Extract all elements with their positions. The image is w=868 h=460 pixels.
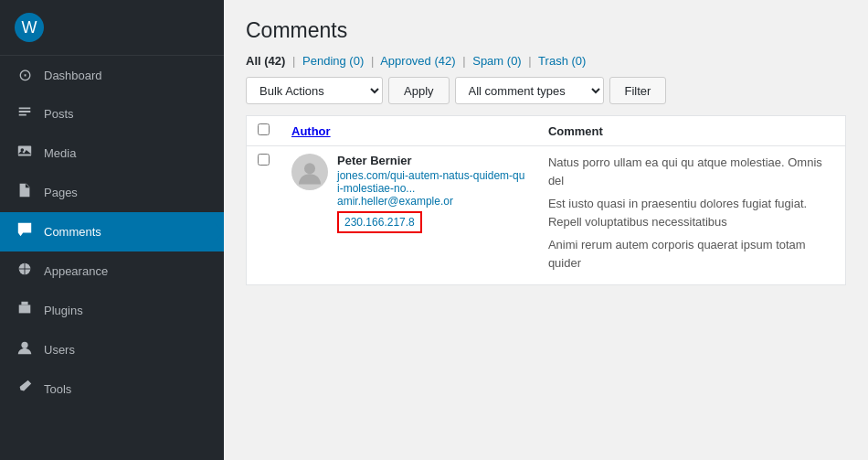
sep3: |	[462, 54, 465, 68]
bulk-actions-select[interactable]: Bulk Actions	[246, 77, 383, 104]
sidebar-item-label: Comments	[44, 225, 101, 239]
sep1: |	[292, 54, 295, 68]
sidebar-item-media[interactable]: Media	[0, 134, 224, 173]
select-all-checkbox[interactable]	[258, 123, 270, 135]
avatar	[291, 154, 328, 190]
row-checkbox-cell	[247, 146, 281, 285]
avatar-icon	[296, 158, 323, 186]
media-icon	[15, 143, 35, 164]
table-row: Peter Bernier jones.com/qui-autem-natus-…	[247, 146, 846, 285]
posts-icon	[15, 103, 35, 124]
main-content: Comments All (42) | Pending (0) | Approv…	[224, 0, 868, 460]
svg-point-7	[304, 163, 315, 174]
author-cell-inner: Peter Bernier jones.com/qui-autem-natus-…	[291, 154, 526, 233]
comment-text: Natus porro ullam ea qui qu atque molest…	[548, 154, 834, 272]
sidebar-item-posts[interactable]: Posts	[0, 94, 224, 134]
comment-cell: Natus porro ullam ea qui qu atque molest…	[537, 146, 846, 285]
comments-icon	[15, 221, 35, 242]
table-body: Peter Bernier jones.com/qui-autem-natus-…	[247, 146, 846, 285]
approved-label: Approved	[380, 54, 431, 68]
filter-approved[interactable]: Approved (42)	[380, 54, 459, 68]
spam-count: (0)	[507, 54, 522, 68]
sidebar-item-appearance[interactable]: Appearance	[0, 251, 224, 291]
filter-pending[interactable]: Pending (0)	[302, 54, 367, 68]
tools-icon	[15, 379, 35, 400]
sidebar-item-plugins[interactable]: Plugins	[0, 291, 224, 330]
header-comment: Comment	[537, 116, 846, 146]
comment-types-select[interactable]: All comment types	[455, 77, 604, 104]
table-header: Author Comment	[247, 116, 846, 146]
author-info: Peter Bernier jones.com/qui-autem-natus-…	[337, 154, 526, 233]
sidebar-item-users[interactable]: Users	[0, 330, 224, 369]
sidebar-item-label: Pages	[44, 186, 78, 199]
author-ip[interactable]: 230.166.217.8	[337, 211, 422, 233]
appearance-icon	[15, 261, 35, 282]
author-column-label[interactable]: Author	[291, 124, 331, 138]
comment-para-2: Est iusto quasi in praesentiu dolores fu…	[548, 195, 834, 230]
sidebar-item-label: Media	[44, 146, 76, 160]
plugins-icon	[15, 300, 35, 321]
sep4: |	[528, 54, 531, 68]
apply-button[interactable]: Apply	[388, 77, 450, 104]
svg-rect-4	[23, 308, 26, 312]
author-url[interactable]: jones.com/qui-autem-natus-quidem-qui-mol…	[337, 169, 526, 195]
pending-label: Pending	[302, 54, 346, 68]
sidebar-item-label: Users	[44, 343, 75, 357]
all-label: All	[246, 54, 261, 68]
author-cell: Peter Bernier jones.com/qui-autem-natus-…	[281, 146, 537, 285]
users-icon	[15, 339, 35, 360]
page-title: Comments	[246, 18, 846, 43]
filter-links: All (42) | Pending (0) | Approved (42) |…	[246, 54, 846, 68]
sep2: |	[371, 54, 374, 68]
pages-icon	[15, 182, 35, 203]
comments-table: Author Comment	[246, 115, 846, 285]
sidebar-item-tools[interactable]: Tools	[0, 369, 224, 409]
sidebar-item-label: Posts	[44, 107, 74, 121]
sidebar-logo: W	[0, 0, 224, 56]
spam-label: Spam	[472, 54, 503, 68]
sidebar-item-label: Dashboard	[44, 69, 102, 82]
filter-spam[interactable]: Spam (0)	[472, 54, 524, 68]
sidebar-item-label: Appearance	[44, 264, 108, 278]
author-name: Peter Bernier	[337, 154, 526, 167]
wp-logo-icon: W	[15, 13, 44, 42]
filter-button[interactable]: Filter	[609, 77, 667, 104]
svg-rect-0	[18, 146, 31, 156]
trash-label: Trash	[538, 54, 568, 68]
sidebar-item-comments[interactable]: Comments	[0, 212, 224, 251]
filter-all[interactable]: All (42)	[246, 54, 289, 68]
header-checkbox-cell	[247, 116, 281, 146]
row-checkbox[interactable]	[258, 154, 270, 166]
svg-rect-3	[21, 302, 27, 305]
trash-count: (0)	[571, 54, 586, 68]
toolbar: Bulk Actions Apply All comment types Fil…	[246, 77, 846, 104]
sidebar-item-label: Tools	[44, 382, 71, 396]
pending-count: (0)	[349, 54, 364, 68]
all-count: (42)	[264, 54, 285, 68]
svg-point-5	[21, 342, 27, 348]
dashboard-icon: ⊙	[15, 65, 35, 85]
header-row: Author Comment	[247, 116, 846, 146]
filter-trash[interactable]: Trash (0)	[538, 54, 586, 68]
sidebar-item-pages[interactable]: Pages	[0, 173, 224, 212]
comments-arrow-icon	[215, 223, 224, 241]
sidebar-item-label: Plugins	[44, 304, 83, 317]
sidebar-item-comments-wrapper: Comments	[0, 212, 224, 251]
sidebar: W ⊙ Dashboard Posts Media Pages Comments	[0, 0, 224, 460]
header-author: Author	[281, 116, 537, 146]
comment-para-1: Natus porro ullam ea qui qu atque molest…	[548, 154, 834, 189]
comment-para-3: Animi rerum autem corporis quaerat ipsum…	[548, 236, 834, 272]
author-email[interactable]: amir.heller@example.or	[337, 195, 526, 208]
approved-count: (42)	[434, 54, 455, 68]
sidebar-item-dashboard[interactable]: ⊙ Dashboard	[0, 56, 224, 94]
